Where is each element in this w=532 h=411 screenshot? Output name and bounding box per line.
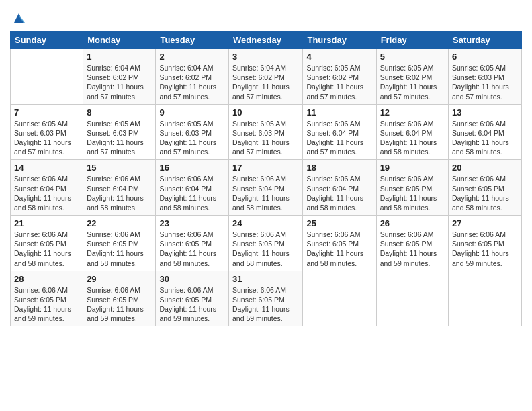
day-info: Sunrise: 6:06 AMSunset: 6:05 PMDaylight:… <box>87 285 152 324</box>
day-info: Sunrise: 6:05 AMSunset: 6:03 PMDaylight:… <box>159 119 225 157</box>
calendar-cell <box>449 271 522 326</box>
day-number: 5 <box>380 52 445 62</box>
calendar-cell: 6Sunrise: 6:05 AMSunset: 6:03 PMDaylight… <box>449 49 522 105</box>
calendar-cell: 1Sunrise: 6:04 AMSunset: 6:02 PMDaylight… <box>83 49 156 105</box>
calendar-cell: 5Sunrise: 6:05 AMSunset: 6:02 PMDaylight… <box>376 49 448 105</box>
day-number: 12 <box>380 107 445 118</box>
day-info: Sunrise: 6:04 AMSunset: 6:02 PMDaylight:… <box>87 63 152 101</box>
logo-icon <box>11 11 26 26</box>
calendar-cell: 4Sunrise: 6:05 AMSunset: 6:02 PMDaylight… <box>303 49 376 105</box>
day-info: Sunrise: 6:06 AMSunset: 6:05 PMDaylight:… <box>306 230 372 268</box>
day-info: Sunrise: 6:05 AMSunset: 6:02 PMDaylight:… <box>306 63 372 101</box>
calendar-cell: 30Sunrise: 6:06 AMSunset: 6:05 PMDayligh… <box>156 271 229 326</box>
day-number: 8 <box>87 107 152 118</box>
day-info: Sunrise: 6:06 AMSunset: 6:04 PMDaylight:… <box>159 174 225 212</box>
day-info: Sunrise: 6:06 AMSunset: 6:04 PMDaylight:… <box>232 174 299 212</box>
day-number: 26 <box>380 218 445 228</box>
day-number: 16 <box>159 163 225 173</box>
day-header-tuesday: Tuesday <box>156 32 229 49</box>
logo <box>10 9 26 26</box>
calendar-cell: 18Sunrise: 6:06 AMSunset: 6:04 PMDayligh… <box>303 160 376 216</box>
calendar-cell: 28Sunrise: 6:06 AMSunset: 6:05 PMDayligh… <box>11 271 83 326</box>
calendar-cell: 10Sunrise: 6:05 AMSunset: 6:03 PMDayligh… <box>229 104 303 160</box>
calendar-cell: 13Sunrise: 6:06 AMSunset: 6:04 PMDayligh… <box>449 104 522 160</box>
day-header-monday: Monday <box>83 32 156 49</box>
calendar-cell <box>11 49 83 105</box>
header <box>10 7 522 26</box>
week-row-5: 28Sunrise: 6:06 AMSunset: 6:05 PMDayligh… <box>11 271 522 326</box>
day-header-wednesday: Wednesday <box>229 32 303 49</box>
day-number: 22 <box>87 218 152 228</box>
calendar-cell: 26Sunrise: 6:06 AMSunset: 6:05 PMDayligh… <box>376 216 448 271</box>
day-info: Sunrise: 6:06 AMSunset: 6:05 PMDaylight:… <box>380 230 445 268</box>
day-number: 27 <box>452 218 518 228</box>
calendar-cell: 8Sunrise: 6:05 AMSunset: 6:03 PMDaylight… <box>83 104 156 160</box>
calendar-cell: 21Sunrise: 6:06 AMSunset: 6:05 PMDayligh… <box>11 216 83 271</box>
day-info: Sunrise: 6:06 AMSunset: 6:05 PMDaylight:… <box>14 285 79 324</box>
calendar-cell: 27Sunrise: 6:06 AMSunset: 6:05 PMDayligh… <box>449 216 522 271</box>
calendar-cell <box>303 271 376 326</box>
day-info: Sunrise: 6:06 AMSunset: 6:04 PMDaylight:… <box>306 174 372 212</box>
day-info: Sunrise: 6:06 AMSunset: 6:05 PMDaylight:… <box>452 174 518 212</box>
day-number: 28 <box>14 274 79 284</box>
day-header-thursday: Thursday <box>303 32 376 49</box>
day-number: 3 <box>232 52 299 62</box>
day-info: Sunrise: 6:04 AMSunset: 6:02 PMDaylight:… <box>159 63 225 101</box>
day-number: 4 <box>306 52 372 62</box>
day-number: 19 <box>380 163 445 173</box>
day-info: Sunrise: 6:06 AMSunset: 6:04 PMDaylight:… <box>452 119 518 157</box>
calendar-cell: 2Sunrise: 6:04 AMSunset: 6:02 PMDaylight… <box>156 49 229 105</box>
calendar-cell: 29Sunrise: 6:06 AMSunset: 6:05 PMDayligh… <box>83 271 156 326</box>
day-number: 14 <box>14 163 79 173</box>
calendar-cell: 22Sunrise: 6:06 AMSunset: 6:05 PMDayligh… <box>83 216 156 271</box>
day-info: Sunrise: 6:06 AMSunset: 6:05 PMDaylight:… <box>452 230 518 268</box>
day-info: Sunrise: 6:06 AMSunset: 6:05 PMDaylight:… <box>232 285 299 324</box>
day-info: Sunrise: 6:06 AMSunset: 6:05 PMDaylight:… <box>159 230 225 268</box>
day-number: 24 <box>232 218 299 228</box>
day-info: Sunrise: 6:05 AMSunset: 6:03 PMDaylight:… <box>14 119 79 157</box>
week-row-1: 1Sunrise: 6:04 AMSunset: 6:02 PMDaylight… <box>11 49 522 105</box>
calendar-body: 1Sunrise: 6:04 AMSunset: 6:02 PMDaylight… <box>11 49 522 326</box>
calendar: SundayMondayTuesdayWednesdayThursdayFrid… <box>10 31 522 326</box>
calendar-cell: 19Sunrise: 6:06 AMSunset: 6:05 PMDayligh… <box>376 160 448 216</box>
day-info: Sunrise: 6:05 AMSunset: 6:03 PMDaylight:… <box>452 63 518 101</box>
day-info: Sunrise: 6:06 AMSunset: 6:05 PMDaylight:… <box>87 230 152 268</box>
week-row-3: 14Sunrise: 6:06 AMSunset: 6:04 PMDayligh… <box>11 160 522 216</box>
day-header-row: SundayMondayTuesdayWednesdayThursdayFrid… <box>11 32 522 49</box>
day-number: 6 <box>452 52 518 62</box>
day-info: Sunrise: 6:06 AMSunset: 6:05 PMDaylight:… <box>232 230 299 268</box>
day-number: 25 <box>306 218 372 228</box>
calendar-cell: 25Sunrise: 6:06 AMSunset: 6:05 PMDayligh… <box>303 216 376 271</box>
day-number: 17 <box>232 163 299 173</box>
day-number: 21 <box>14 218 79 228</box>
calendar-cell: 14Sunrise: 6:06 AMSunset: 6:04 PMDayligh… <box>11 160 83 216</box>
day-info: Sunrise: 6:05 AMSunset: 6:03 PMDaylight:… <box>87 119 152 157</box>
calendar-cell <box>376 271 448 326</box>
calendar-cell: 24Sunrise: 6:06 AMSunset: 6:05 PMDayligh… <box>229 216 303 271</box>
day-header-saturday: Saturday <box>449 32 522 49</box>
week-row-2: 7Sunrise: 6:05 AMSunset: 6:03 PMDaylight… <box>11 104 522 160</box>
calendar-cell: 16Sunrise: 6:06 AMSunset: 6:04 PMDayligh… <box>156 160 229 216</box>
day-info: Sunrise: 6:04 AMSunset: 6:02 PMDaylight:… <box>232 63 299 101</box>
day-info: Sunrise: 6:05 AMSunset: 6:02 PMDaylight:… <box>380 63 445 101</box>
day-info: Sunrise: 6:06 AMSunset: 6:04 PMDaylight:… <box>380 119 445 157</box>
calendar-cell: 3Sunrise: 6:04 AMSunset: 6:02 PMDaylight… <box>229 49 303 105</box>
page: SundayMondayTuesdayWednesdayThursdayFrid… <box>0 0 532 411</box>
calendar-cell: 20Sunrise: 6:06 AMSunset: 6:05 PMDayligh… <box>449 160 522 216</box>
day-number: 15 <box>87 163 152 173</box>
day-info: Sunrise: 6:06 AMSunset: 6:05 PMDaylight:… <box>159 285 225 324</box>
day-info: Sunrise: 6:06 AMSunset: 6:04 PMDaylight:… <box>306 119 372 157</box>
day-number: 11 <box>306 107 372 118</box>
day-info: Sunrise: 6:06 AMSunset: 6:05 PMDaylight:… <box>14 230 79 268</box>
day-info: Sunrise: 6:06 AMSunset: 6:04 PMDaylight:… <box>87 174 152 212</box>
calendar-cell: 23Sunrise: 6:06 AMSunset: 6:05 PMDayligh… <box>156 216 229 271</box>
day-number: 29 <box>87 274 152 284</box>
day-header-friday: Friday <box>376 32 448 49</box>
day-number: 13 <box>452 107 518 118</box>
day-number: 30 <box>159 274 225 284</box>
day-info: Sunrise: 6:06 AMSunset: 6:04 PMDaylight:… <box>14 174 79 212</box>
calendar-cell: 15Sunrise: 6:06 AMSunset: 6:04 PMDayligh… <box>83 160 156 216</box>
day-number: 18 <box>306 163 372 173</box>
day-number: 20 <box>452 163 518 173</box>
calendar-cell: 31Sunrise: 6:06 AMSunset: 6:05 PMDayligh… <box>229 271 303 326</box>
